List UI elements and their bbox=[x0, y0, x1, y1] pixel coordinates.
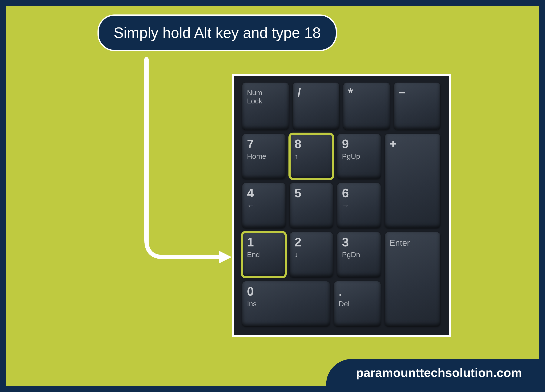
key-0[interactable]: 0 Ins bbox=[242, 281, 330, 326]
footer-tab: paramounttechsolution.com bbox=[326, 359, 539, 386]
numpad: Num Lock / * − 7 Home bbox=[232, 74, 451, 337]
footer-text: paramounttechsolution.com bbox=[356, 366, 522, 380]
key-enter[interactable]: Enter bbox=[385, 232, 440, 326]
key-label: . bbox=[339, 285, 376, 298]
key-minus[interactable]: − bbox=[394, 83, 440, 130]
key-label: 9 bbox=[342, 138, 376, 150]
key-5[interactable]: 5 bbox=[290, 183, 333, 228]
key-sublabel: ↓ bbox=[294, 251, 328, 259]
numpad-rows-3-4: 1 End 2 ↓ 3 PgDn bbox=[242, 232, 440, 326]
key-star[interactable]: * bbox=[343, 83, 390, 130]
svg-marker-0 bbox=[219, 251, 232, 263]
key-numlock[interactable]: Num Lock bbox=[242, 83, 289, 130]
key-slash[interactable]: / bbox=[293, 83, 339, 130]
key-label: / bbox=[298, 86, 335, 99]
key-sublabel: ← bbox=[247, 201, 281, 210]
key-plus[interactable]: + bbox=[385, 134, 440, 228]
key-label: 2 bbox=[294, 236, 328, 248]
numpad-row-0: Num Lock / * − bbox=[242, 83, 440, 130]
key-label: − bbox=[399, 86, 436, 99]
numpad-rows-1-2: 7 Home 8 ↑ 9 PgUp bbox=[242, 134, 440, 228]
key-sublabel: PgUp bbox=[342, 152, 376, 160]
key-sublabel: End bbox=[247, 251, 281, 259]
key-label: + bbox=[390, 138, 436, 150]
key-3[interactable]: 3 PgDn bbox=[337, 232, 380, 277]
key-sublabel: Del bbox=[339, 300, 376, 308]
instruction-text: Simply hold Alt key and type 18 bbox=[114, 24, 321, 41]
key-label: 1 bbox=[247, 236, 281, 248]
key-label: Enter bbox=[390, 238, 436, 248]
key-label: 5 bbox=[294, 187, 328, 199]
key-label: 0 bbox=[247, 285, 325, 298]
outer-frame: Simply hold Alt key and type 18 Num Lock… bbox=[0, 0, 545, 392]
key-sublabel: Home bbox=[247, 152, 281, 160]
key-7[interactable]: 7 Home bbox=[242, 134, 285, 179]
key-sublabel: → bbox=[342, 201, 376, 210]
key-label: 8 bbox=[294, 138, 328, 150]
key-sublabel: Ins bbox=[247, 300, 325, 308]
key-label: 6 bbox=[342, 187, 376, 199]
key-label: Num Lock bbox=[247, 89, 284, 105]
key-dot[interactable]: . Del bbox=[334, 281, 381, 326]
key-label: * bbox=[348, 86, 385, 99]
key-6[interactable]: 6 → bbox=[337, 183, 380, 228]
key-1[interactable]: 1 End bbox=[242, 232, 285, 277]
key-sublabel: ↑ bbox=[294, 152, 328, 160]
content-panel: Simply hold Alt key and type 18 Num Lock… bbox=[6, 6, 539, 386]
instruction-bubble: Simply hold Alt key and type 18 bbox=[98, 14, 337, 51]
key-sublabel: PgDn bbox=[342, 251, 376, 259]
key-9[interactable]: 9 PgUp bbox=[337, 134, 380, 179]
key-4[interactable]: 4 ← bbox=[242, 183, 285, 228]
key-label: 7 bbox=[247, 138, 281, 150]
key-label: 4 bbox=[247, 187, 281, 199]
key-8[interactable]: 8 ↑ bbox=[290, 134, 333, 179]
key-label: 3 bbox=[342, 236, 376, 248]
key-2[interactable]: 2 ↓ bbox=[290, 232, 333, 277]
